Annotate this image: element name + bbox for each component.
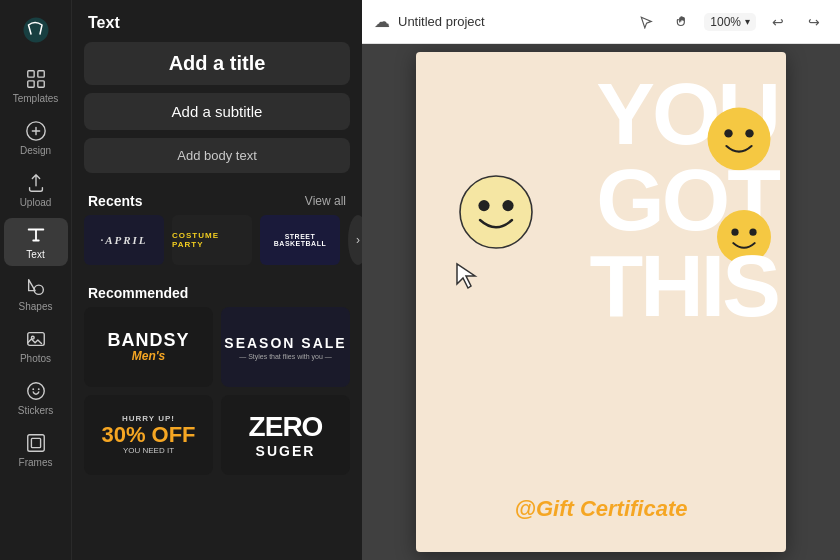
add-title-button[interactable]: Add a title xyxy=(84,42,350,85)
sidebar-item-frames[interactable]: Frames xyxy=(4,426,68,474)
zoom-chevron-icon: ▾ xyxy=(745,16,750,27)
gift-cert-text: @Gift Certificate xyxy=(514,496,687,522)
recommended-grid: BANDSY Men's SEASON SALE — Styles that f… xyxy=(72,307,362,475)
svg-point-8 xyxy=(32,388,34,390)
cloud-icon: ☁ xyxy=(374,12,390,31)
top-bar: ☁ Untitled project 100% ▾ ↩ ↪ xyxy=(362,0,840,44)
recents-scroll-right[interactable]: › xyxy=(348,215,362,265)
sidebar-item-upload[interactable]: Upload xyxy=(4,166,68,214)
undo-button[interactable]: ↩ xyxy=(764,8,792,36)
text-this: THIS xyxy=(590,236,778,335)
svg-rect-10 xyxy=(27,435,44,452)
zoom-control[interactable]: 100% ▾ xyxy=(704,13,756,31)
text-panel: Text Add a title Add a subtitle Add body… xyxy=(72,0,362,560)
project-title[interactable]: Untitled project xyxy=(398,14,485,29)
upload-icon xyxy=(25,172,47,194)
canvas-area[interactable]: YOU GOT THIS @Gif xyxy=(362,44,840,560)
svg-rect-0 xyxy=(27,71,33,77)
sidebar-label-design: Design xyxy=(20,145,51,156)
recent-label-costume: COSTUME PARTY xyxy=(172,215,252,265)
grid-icon xyxy=(25,68,47,90)
big-text-this: THIS xyxy=(590,244,778,328)
add-body-button[interactable]: Add body text xyxy=(84,138,350,173)
redo-button[interactable]: ↪ xyxy=(800,8,828,36)
add-subtitle-button[interactable]: Add a subtitle xyxy=(84,93,350,130)
svg-point-12 xyxy=(460,176,532,248)
app-logo xyxy=(16,10,56,50)
sidebar-label-shapes: Shapes xyxy=(19,301,53,312)
stickers-icon xyxy=(25,380,47,402)
rec-card-season[interactable]: SEASON SALE — Styles that flies with you… xyxy=(221,307,350,387)
sidebar-label-upload: Upload xyxy=(20,197,52,208)
svg-rect-1 xyxy=(37,71,43,77)
sidebar-item-text[interactable]: Text xyxy=(4,218,68,266)
rec-label-bandsy: BANDSY Men's xyxy=(107,331,189,364)
recommended-section-header: Recommended xyxy=(72,277,362,307)
svg-rect-3 xyxy=(37,81,43,87)
sidebar-label-frames: Frames xyxy=(19,457,53,468)
svg-point-16 xyxy=(724,129,732,137)
text-icon xyxy=(25,224,47,246)
hand-tool-button[interactable] xyxy=(668,8,696,36)
view-all-button[interactable]: View all xyxy=(305,194,346,208)
rec-card-bandsy[interactable]: BANDSY Men's xyxy=(84,307,213,387)
svg-rect-11 xyxy=(31,438,40,447)
rec-card-hurry[interactable]: HURRY UP! 30% OFF YOU NEED IT xyxy=(84,395,213,475)
svg-rect-2 xyxy=(27,81,33,87)
svg-point-20 xyxy=(749,229,756,236)
recent-card-basketball[interactable]: STREETBASKETBALL xyxy=(260,215,340,265)
sidebar-label-stickers: Stickers xyxy=(18,405,54,416)
photos-icon xyxy=(25,328,47,350)
rec-label-season: SEASON SALE — Styles that flies with you… xyxy=(224,335,346,360)
recommended-label: Recommended xyxy=(88,285,188,301)
recents-section-header: Recents View all xyxy=(72,185,362,215)
design-icon xyxy=(25,120,47,142)
recent-card-costume[interactable]: COSTUME PARTY xyxy=(172,215,252,265)
recent-card-april[interactable]: ·APRIL xyxy=(84,215,164,265)
sidebar-label-text: Text xyxy=(26,249,44,260)
svg-point-13 xyxy=(478,200,489,211)
shapes-icon xyxy=(25,276,47,298)
frames-icon xyxy=(25,432,47,454)
select-tool-button[interactable] xyxy=(632,8,660,36)
sidebar-item-photos[interactable]: Photos xyxy=(4,322,68,370)
design-canvas: YOU GOT THIS @Gif xyxy=(416,52,786,552)
text-buttons: Add a title Add a subtitle Add body text xyxy=(72,42,362,185)
rec-label-hurry: HURRY UP! 30% OFF YOU NEED IT xyxy=(101,414,195,455)
recents-row: ·APRIL COSTUME PARTY STREETBASKETBALL › xyxy=(72,215,362,277)
rec-label-zero: ZERO SUGER xyxy=(249,411,323,459)
svg-point-17 xyxy=(745,129,753,137)
rec-card-zero[interactable]: ZERO SUGER xyxy=(221,395,350,475)
recent-label-basketball: STREETBASKETBALL xyxy=(260,215,340,265)
sidebar-item-stickers[interactable]: Stickers xyxy=(4,374,68,422)
svg-point-4 xyxy=(34,285,43,294)
svg-point-14 xyxy=(502,200,513,211)
smiley-face-left xyxy=(456,172,536,252)
sidebar: Templates Design Upload Text Shapes Phot… xyxy=(0,0,72,560)
zoom-value: 100% xyxy=(710,15,741,29)
panel-title: Text xyxy=(72,0,362,42)
svg-point-9 xyxy=(37,388,39,390)
sidebar-item-shapes[interactable]: Shapes xyxy=(4,270,68,318)
recent-label-april: ·APRIL xyxy=(84,215,164,265)
sidebar-item-templates[interactable]: Templates xyxy=(4,62,68,110)
main-area: ☁ Untitled project 100% ▾ ↩ ↪ xyxy=(362,0,840,560)
sidebar-item-design[interactable]: Design xyxy=(4,114,68,162)
svg-point-7 xyxy=(27,383,44,400)
recents-label: Recents xyxy=(88,193,142,209)
sidebar-label-templates: Templates xyxy=(13,93,59,104)
sidebar-label-photos: Photos xyxy=(20,353,51,364)
svg-point-19 xyxy=(731,229,738,236)
